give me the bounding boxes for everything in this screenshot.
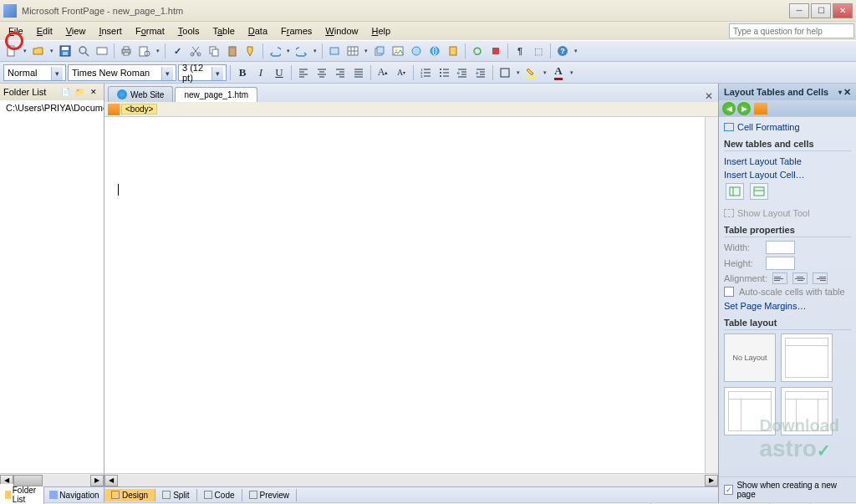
spelling-button[interactable]: ✓ <box>169 43 186 59</box>
underline-button[interactable]: U <box>271 64 288 81</box>
web-component-button[interactable] <box>326 43 343 59</box>
align-center-option[interactable] <box>792 272 808 284</box>
redo-dropdown[interactable]: ▾ <box>312 43 318 59</box>
new-page-button[interactable] <box>3 43 20 59</box>
show-layer-button[interactable]: ⬚ <box>530 43 547 59</box>
font-color-button[interactable]: A <box>550 64 567 81</box>
tab-new-page[interactable]: new_page_1.htm <box>175 87 257 102</box>
numbering-button[interactable]: 123 <box>417 64 434 81</box>
help-search-input[interactable] <box>729 23 854 38</box>
preview-dropdown[interactable]: ▾ <box>155 43 161 59</box>
style-combo[interactable]: Normal <box>3 64 66 81</box>
editor-scroll-right[interactable]: ▶ <box>705 475 718 486</box>
bold-button[interactable]: B <box>234 64 251 81</box>
insert-layout-table-link[interactable]: Insert Layout Table <box>724 155 851 168</box>
show-on-create-checkbox[interactable]: ✓ <box>724 485 733 495</box>
autoscale-checkbox[interactable] <box>724 287 734 297</box>
open-dropdown[interactable]: ▾ <box>48 43 55 59</box>
insert-picture-button[interactable] <box>390 43 406 59</box>
layout-opt-2[interactable] <box>781 333 833 382</box>
highlight-button[interactable] <box>523 64 540 81</box>
folder-hscroll[interactable]: ◀ ▶ <box>0 473 104 486</box>
menu-insert[interactable]: Insert <box>92 24 129 38</box>
increase-indent-button[interactable] <box>472 64 489 81</box>
layout-tool-2[interactable] <box>750 183 768 200</box>
menu-tools[interactable]: Tools <box>171 24 206 38</box>
print-button[interactable] <box>118 43 135 59</box>
width-input[interactable] <box>766 241 795 254</box>
refresh-button[interactable] <box>469 43 486 59</box>
menu-data[interactable]: Data <box>242 24 274 38</box>
increase-font-button[interactable]: A▴ <box>374 64 391 81</box>
menu-file[interactable]: File <box>2 24 30 38</box>
close-button[interactable]: ✕ <box>833 3 853 18</box>
layout-tool-1[interactable] <box>726 183 744 200</box>
align-left-option[interactable] <box>772 272 787 284</box>
new-dropdown[interactable]: ▾ <box>22 43 28 59</box>
insert-layer-button[interactable] <box>371 43 388 59</box>
tab-folder-list[interactable]: Folder List <box>0 484 44 504</box>
maximize-button[interactable]: ☐ <box>811 3 831 18</box>
show-all-button[interactable]: ¶ <box>512 43 528 59</box>
font-color-dropdown[interactable]: ▾ <box>568 64 575 81</box>
tab-web-site[interactable]: Web Site <box>108 86 173 102</box>
font-combo[interactable]: Times New Roman <box>68 64 176 81</box>
copy-button[interactable] <box>206 43 222 59</box>
size-combo[interactable]: 3 (12 pt) <box>178 64 227 81</box>
layout-opt-4[interactable] <box>781 387 833 435</box>
layout-opt-3[interactable] <box>724 387 776 435</box>
minimize-button[interactable]: ─ <box>789 3 809 18</box>
redo-button[interactable] <box>293 43 310 59</box>
folder-close-button[interactable]: ✕ <box>87 86 100 98</box>
menu-help[interactable]: Help <box>364 24 397 38</box>
save-button[interactable] <box>57 43 74 59</box>
nav-fwd-button[interactable]: ▶ <box>737 102 751 115</box>
editor-scroll-left[interactable]: ◀ <box>104 475 118 486</box>
cell-formatting-link[interactable]: Cell Formatting <box>724 120 851 134</box>
align-right-button[interactable] <box>332 64 349 81</box>
tab-design[interactable]: Design <box>104 489 155 501</box>
decrease-indent-button[interactable] <box>454 64 471 81</box>
stop-button[interactable] <box>487 43 504 59</box>
italic-button[interactable]: I <box>252 64 269 81</box>
menu-edit[interactable]: Edit <box>30 24 59 38</box>
help-dropdown[interactable]: ▾ <box>573 43 579 59</box>
scroll-thumb[interactable] <box>13 475 43 486</box>
preview-button[interactable] <box>136 43 153 59</box>
borders-dropdown[interactable]: ▾ <box>515 64 522 81</box>
help-button[interactable]: ? <box>554 43 571 59</box>
drawing-button[interactable] <box>408 43 425 59</box>
menu-view[interactable]: View <box>59 24 93 38</box>
scroll-right-button[interactable]: ▶ <box>90 475 104 486</box>
highlight-dropdown[interactable]: ▾ <box>542 64 548 81</box>
search-button[interactable] <box>75 43 92 59</box>
task-pane-dropdown[interactable]: ▾ <box>838 89 842 96</box>
align-left-button[interactable] <box>295 64 312 81</box>
show-layout-tool-link[interactable]: Show Layout Tool <box>724 206 851 220</box>
editor-vscroll[interactable] <box>705 117 718 473</box>
paste-button[interactable] <box>224 43 241 59</box>
menu-format[interactable]: Format <box>129 24 171 38</box>
height-input[interactable] <box>766 257 795 270</box>
undo-dropdown[interactable]: ▾ <box>285 43 292 59</box>
new-folder-icon[interactable]: 📁 <box>73 86 86 98</box>
bookmark-button[interactable] <box>445 43 461 59</box>
editor-hscroll[interactable]: ◀ ▶ <box>104 473 718 486</box>
folder-root-item[interactable]: C:\Users\PRIYA\Document <box>2 102 102 114</box>
format-painter-button[interactable] <box>242 43 259 59</box>
cut-button[interactable] <box>187 43 204 59</box>
tag-icon[interactable] <box>108 104 120 115</box>
nav-back-button[interactable]: ◀ <box>722 102 736 115</box>
menu-table[interactable]: Table <box>206 24 241 38</box>
tab-preview[interactable]: Preview <box>242 489 298 501</box>
tab-split[interactable]: Split <box>155 489 196 501</box>
borders-button[interactable] <box>497 64 513 81</box>
align-center-button[interactable] <box>313 64 330 81</box>
tab-navigation[interactable]: Navigation <box>44 489 104 501</box>
folder-tree[interactable]: C:\Users\PRIYA\Document <box>0 100 104 473</box>
insert-hyperlink-button[interactable] <box>426 43 443 59</box>
body-tag-chip[interactable]: <body> <box>121 104 157 115</box>
insert-table-button[interactable] <box>344 43 361 59</box>
table-dropdown[interactable]: ▾ <box>363 43 369 59</box>
align-right-option[interactable] <box>813 272 828 284</box>
